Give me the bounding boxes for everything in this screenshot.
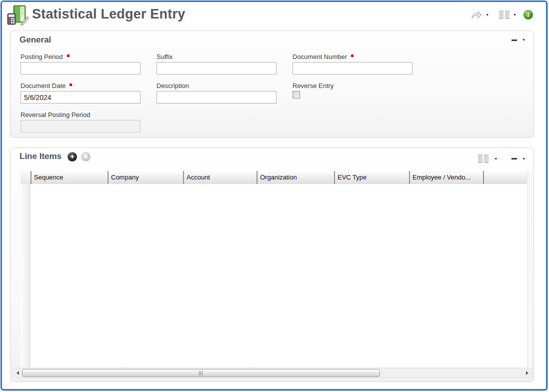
document-number-input[interactable] (292, 62, 412, 74)
column-header-employee-vendor[interactable]: Employee / Vendo... (409, 171, 483, 184)
reversal-posting-period-field: Reversal Posting Period (20, 111, 140, 132)
grid-header-row: Sequence Company Account Organization EV… (20, 171, 530, 184)
document-date-input[interactable] (20, 91, 140, 104)
column-header-evc-type[interactable]: EVC Type (334, 171, 409, 184)
page-title: Statistical Ledger Entry (32, 6, 185, 22)
column-header-sequence[interactable]: Sequence (30, 171, 108, 184)
required-marker (70, 84, 72, 86)
document-number-label: Document Number (292, 53, 347, 60)
grid-body[interactable] (20, 184, 530, 367)
description-field: Description (156, 82, 276, 104)
posting-period-label: Posting Period (20, 53, 63, 60)
line-items-collapse-icon[interactable] (512, 158, 517, 160)
line-items-section: Line Items + ✕ ▼ ▼ Sequence Company Acco… (10, 148, 534, 382)
horizontal-scrollbar-thumb[interactable] (22, 369, 380, 377)
form-actions-icon[interactable] (470, 10, 482, 20)
line-items-grid: Sequence Company Account Organization EV… (20, 171, 530, 184)
scroll-left-icon[interactable] (16, 371, 19, 375)
document-date-label: Document Date (20, 82, 66, 90)
column-header-company[interactable]: Company (108, 171, 183, 184)
general-collapse-icon[interactable] (512, 40, 517, 41)
general-menu-caret-icon[interactable]: ▼ (522, 38, 526, 42)
line-items-menu-caret-icon[interactable]: ▼ (522, 156, 526, 162)
scroll-right-icon[interactable] (526, 371, 528, 375)
general-section: General ▼ Posting Period Suffix Document… (10, 30, 534, 138)
column-header-filler (483, 171, 530, 184)
required-marker (351, 54, 354, 57)
grid-columns-icon[interactable] (478, 154, 489, 163)
posting-period-input[interactable] (20, 62, 140, 74)
vertical-scrollbar-track[interactable] (527, 171, 532, 367)
posting-period-field: Posting Period (20, 53, 140, 74)
app-header: Statistical Ledger Entry ▼ ▼ i (2, 2, 546, 30)
row-header-strip (20, 184, 30, 367)
suffix-field: Suffix (156, 53, 276, 74)
description-input[interactable] (156, 91, 276, 104)
row-selector-header (20, 171, 30, 184)
suffix-input[interactable] (156, 62, 276, 74)
reverse-entry-label: Reverse Entry (292, 82, 412, 90)
grid-columns-caret-icon[interactable]: ▼ (494, 156, 498, 162)
reversal-posting-period-input (20, 120, 140, 132)
horizontal-scrollbar[interactable] (12, 368, 532, 378)
document-date-field: Document Date (20, 82, 140, 104)
info-icon[interactable]: i (524, 10, 533, 20)
add-row-button[interactable]: + (68, 152, 77, 162)
scrollbar-grip-icon (199, 371, 203, 376)
reverse-entry-checkbox[interactable] (292, 91, 300, 98)
layouts-columns-icon[interactable] (499, 10, 510, 19)
document-number-field: Document Number (292, 53, 412, 74)
column-header-account[interactable]: Account (183, 171, 256, 184)
ledger-app-icon (6, 4, 30, 28)
line-items-section-title: Line Items (20, 152, 62, 162)
reverse-entry-field: Reverse Entry (292, 82, 412, 98)
suffix-label: Suffix (156, 53, 276, 60)
reversal-posting-period-label: Reversal Posting Period (20, 111, 140, 118)
general-section-title: General (20, 35, 51, 45)
delete-row-button[interactable]: ✕ (81, 152, 90, 162)
required-marker (67, 54, 70, 57)
description-label: Description (156, 82, 276, 90)
app-window: Statistical Ledger Entry ▼ ▼ i General ▼… (0, 0, 548, 390)
column-header-organization[interactable]: Organization (256, 171, 334, 184)
form-actions-caret-icon[interactable]: ▼ (486, 12, 489, 18)
layouts-caret-icon[interactable]: ▼ (513, 12, 516, 18)
